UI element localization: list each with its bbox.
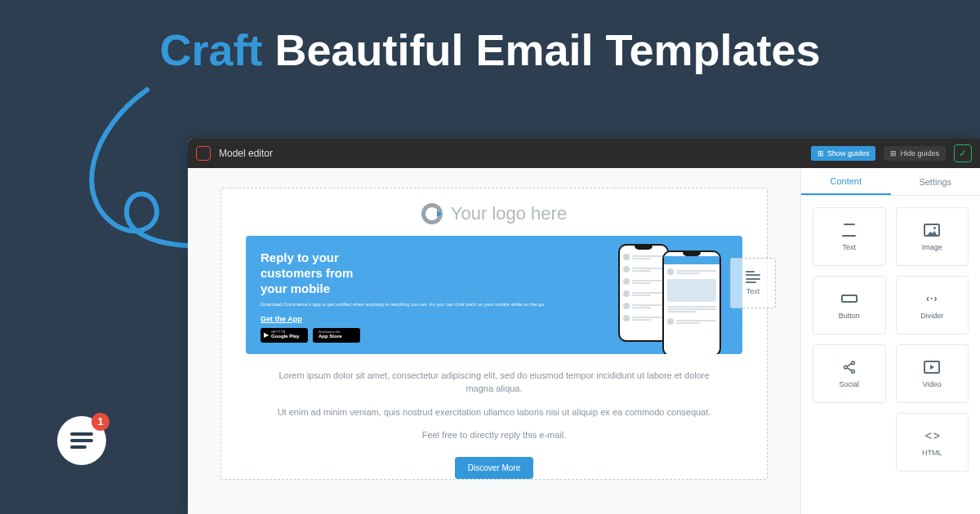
block-video[interactable]: Video bbox=[896, 344, 969, 403]
body-paragraph-3[interactable]: Feel free to directly reply this e-mail. bbox=[221, 425, 767, 449]
hero-block[interactable]: Reply to your customers from your mobile… bbox=[246, 236, 742, 354]
body-paragraph-2[interactable]: Ut enim ad minim veniam, quis nostrud ex… bbox=[221, 402, 767, 426]
svg-line-4 bbox=[847, 368, 852, 371]
hero-description: Download Commerce's app to get notified … bbox=[261, 301, 604, 308]
phone-mockup-2 bbox=[662, 250, 721, 354]
app-store-badge[interactable]: Download on the App Store bbox=[313, 328, 360, 343]
editor-window: Model editor ⊞ Show guides ⊞ Hide guides… bbox=[188, 139, 980, 514]
logo-placeholder-icon bbox=[421, 203, 443, 224]
notification-badge: 1 bbox=[91, 413, 109, 431]
email-template[interactable]: Your logo here Reply to your customers f… bbox=[220, 188, 768, 480]
chat-bubble-icon: 1 bbox=[57, 416, 106, 465]
svg-line-3 bbox=[847, 364, 852, 367]
drop-target-text[interactable]: Text bbox=[730, 258, 776, 308]
store-badges: ▶ GET IT ON Google Play Download on the … bbox=[261, 328, 604, 343]
hide-guides-button[interactable]: ⊞ Hide guides bbox=[884, 146, 946, 161]
image-icon bbox=[922, 222, 942, 238]
block-text[interactable]: Text bbox=[813, 207, 886, 266]
phone-mockup-1 bbox=[618, 244, 669, 342]
logo-placeholder-text: Your logo here bbox=[451, 203, 567, 224]
divider-icon: ‹·› bbox=[922, 290, 942, 307]
show-guides-button[interactable]: ⊞ Show guides bbox=[811, 146, 876, 161]
logo-placeholder-block[interactable]: Your logo here bbox=[221, 198, 767, 236]
app-title: Model editor bbox=[219, 148, 273, 159]
block-social[interactable]: Social bbox=[813, 344, 886, 403]
hero-accent-word: Craft bbox=[159, 25, 262, 74]
block-divider[interactable]: ‹·› Divider bbox=[896, 276, 969, 335]
confirm-button[interactable]: ✓ bbox=[954, 144, 972, 162]
block-palette: Text Image Button ‹·› Divider Social bbox=[801, 196, 980, 483]
canvas[interactable]: Your logo here Reply to your customers f… bbox=[188, 168, 800, 514]
block-button[interactable]: Button bbox=[813, 276, 886, 335]
hero-text: Reply to your customers from your mobile… bbox=[261, 250, 604, 343]
discover-more-button[interactable]: Discover More bbox=[455, 457, 533, 479]
tab-content[interactable]: Content bbox=[801, 168, 891, 195]
share-icon bbox=[840, 359, 859, 375]
hero-rest: Beautiful Email Templates bbox=[274, 25, 820, 74]
code-icon: < > bbox=[922, 428, 942, 444]
grid-icon: ⊞ bbox=[890, 149, 897, 157]
app-logo-icon bbox=[196, 146, 211, 161]
play-icon: ▶ bbox=[264, 331, 269, 339]
video-icon bbox=[922, 359, 942, 375]
block-image[interactable]: Image bbox=[896, 207, 969, 266]
tab-settings[interactable]: Settings bbox=[891, 168, 981, 195]
grid-icon: ⊞ bbox=[817, 149, 824, 157]
body-paragraph-1[interactable]: Lorem ipsum dolor sit amet, consectetur … bbox=[221, 354, 767, 402]
hero-cta-link[interactable]: Get the App bbox=[261, 315, 604, 323]
sidebar: Content Settings Text Image Button ‹·› D… bbox=[800, 168, 980, 514]
hero-title: Craft Beautiful Email Templates bbox=[0, 24, 980, 75]
google-play-badge[interactable]: ▶ GET IT ON Google Play bbox=[261, 328, 308, 343]
text-icon bbox=[746, 271, 760, 284]
text-icon bbox=[840, 222, 859, 238]
button-icon bbox=[840, 290, 859, 307]
app-header: Model editor ⊞ Show guides ⊞ Hide guides… bbox=[188, 139, 980, 168]
block-html[interactable]: < > HTML bbox=[896, 413, 969, 472]
chat-lines-icon bbox=[70, 432, 93, 449]
phone-mockups bbox=[613, 250, 728, 343]
sidebar-tabs: Content Settings bbox=[801, 168, 980, 196]
